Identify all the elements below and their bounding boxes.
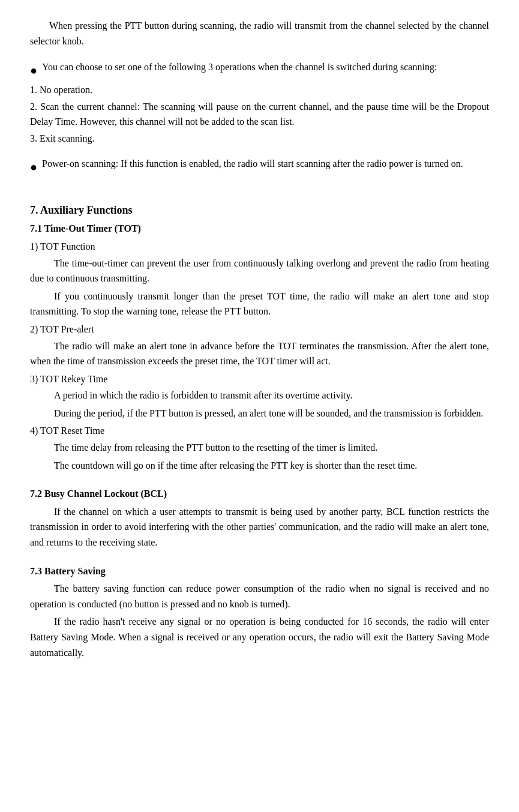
section72-heading: 7.2 Busy Channel Lockout (BCL) [30,486,489,502]
bullet1-dot: ● [30,61,37,80]
tot-prealert-label: 2) TOT Pre-alert [30,322,489,337]
tot-reset-label: 4) TOT Reset Time [30,423,489,439]
section7-heading: 7. Auxiliary Functions [30,202,489,219]
tot-function-label: 1) TOT Function [30,239,489,254]
bullet2-text: Power-on scanning: If this function is e… [42,156,463,172]
intro-paragraph: When pressing the PTT button during scan… [30,18,489,49]
tot-rekey-p2: During the period, if the PTT button is … [30,406,489,421]
tot-rekey-label: 3) TOT Rekey Time [30,371,489,387]
battery-p1: The battery saving function can reduce p… [30,581,489,612]
bullet1-text: You can choose to set one of the followi… [42,59,437,75]
bullet2-line: ● Power-on scanning: If this function is… [30,156,489,176]
numbered-item-3: 3. Exit scanning. [30,131,489,146]
tot-function-p2: If you continuously transmit longer than… [30,289,489,319]
tot-reset-p2: The countdown will go on if the time aft… [30,458,489,474]
numbered-item-2: 2. Scan the current channel: The scannin… [30,99,489,130]
numbered-item-1: 1. No operation. [30,82,489,98]
tot-rekey-p1: A period in which the radio is forbidden… [30,388,489,403]
section73-heading: 7.3 Battery Saving [30,564,489,579]
tot-reset-p1: The time delay from releasing the PTT bu… [30,440,489,456]
section71-heading: 7.1 Time-Out Timer (TOT) [30,221,489,236]
battery-p2: If the radio hasn't receive any signal o… [30,614,489,660]
bcl-p1: If the channel on which a user attempts … [30,504,489,550]
tot-function-p1: The time-out-timer can prevent the user … [30,256,489,286]
tot-prealert-p1: The radio will make an alert tone in adv… [30,338,489,369]
bullet1-line: ● You can choose to set one of the follo… [30,59,489,80]
bullet2-dot: ● [30,157,37,176]
